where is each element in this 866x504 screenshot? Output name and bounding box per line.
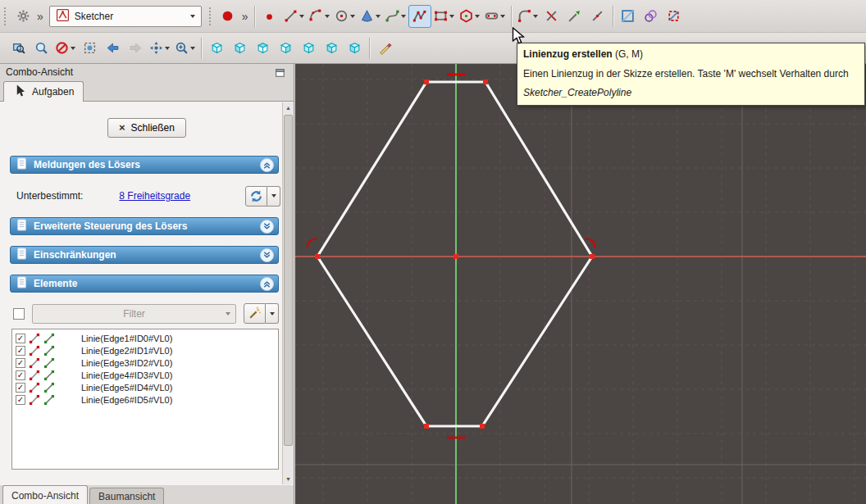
create-line-icon[interactable] [281,5,307,28]
scroll-down-button[interactable]: ▼ [283,474,294,484]
dropdown-arrow-icon[interactable] [475,15,480,18]
carbon-copy-icon[interactable] [640,5,663,28]
solver-refresh-dropdown[interactable] [267,186,280,207]
close-task-button[interactable]: × Schließen [107,118,186,138]
element-row[interactable]: ✓Linie(Edge5#ID4#VL0) [12,381,278,393]
box-zoom-icon[interactable] [7,37,30,60]
create-rectangle-icon[interactable] [431,5,457,28]
document-icon [15,275,29,292]
create-conic-icon[interactable] [358,5,383,28]
solver-status-label: Unterbestimmt: [16,190,83,202]
split-edge-icon[interactable] [586,5,609,28]
toolbar-grip[interactable] [4,7,7,25]
toolbar-grip[interactable] [209,7,212,25]
create-slot-icon[interactable] [482,5,508,28]
element-row[interactable]: ✓Linie(Edge3#ID2#VL0) [12,356,278,369]
collapse-chevron-icon[interactable] [260,158,274,172]
zoom-icon[interactable] [172,37,198,60]
element-checkbox[interactable]: ✓ [16,346,25,356]
dropdown-arrow-icon[interactable] [325,15,330,18]
create-polygon-icon[interactable] [457,5,482,28]
panel-titlebar: Combo-Ansicht [0,64,294,80]
view-top-icon[interactable] [251,37,274,60]
draw-style-icon[interactable] [52,37,78,60]
section-constraints[interactable]: Einschränkungen [10,246,279,264]
filter-checkbox[interactable] [13,308,25,320]
dof-link[interactable]: 8 Freiheitsgrade [119,190,190,202]
filter-combo[interactable]: Filter [32,304,236,324]
dropdown-arrow-icon[interactable] [533,15,538,18]
create-arc-icon[interactable] [307,5,332,28]
fillet-icon[interactable] [515,5,540,28]
dropdown-arrow-icon[interactable] [299,15,304,18]
element-checkbox[interactable]: ✓ [16,358,25,368]
dropdown-arrow-icon[interactable] [165,47,170,50]
dropdown-arrow-icon[interactable] [190,47,195,50]
scrollbar-thumb[interactable] [284,115,293,446]
nav-forward-icon[interactable] [124,37,147,60]
sketch-vertex [454,254,458,259]
sketch-vertex [424,79,429,84]
nav-back-icon[interactable] [101,37,124,60]
external-geometry-icon[interactable] [617,5,640,28]
workbench-selector[interactable]: Sketcher [49,6,202,27]
view-rear-icon[interactable] [297,37,320,60]
create-point-icon[interactable] [258,5,281,28]
element-row[interactable]: ✓Linie(Edge1#ID0#VL0) [12,332,278,344]
view-isometric-icon[interactable] [205,37,228,60]
view-front-icon[interactable] [228,37,251,60]
sketch-vertex [590,254,595,259]
sketch-canvas[interactable] [295,64,866,504]
toolbar-overflow-button[interactable]: » [34,10,46,23]
construction-mode-icon[interactable] [663,5,686,28]
scrollbar[interactable]: ▲ ▼ [282,102,294,484]
collapse-chevron-icon[interactable] [260,248,274,262]
dropdown-arrow-icon[interactable] [71,47,75,50]
filter-settings-button[interactable] [244,303,266,324]
trim-edge-icon[interactable] [540,5,563,28]
element-row[interactable]: ✓Linie(Edge6#ID5#VL0) [12,393,278,406]
view-right-icon[interactable] [274,37,297,60]
view-bottom-icon[interactable] [320,37,343,60]
tab-combo-view[interactable]: Combo-Ansicht [2,485,88,504]
element-checkbox[interactable]: ✓ [16,370,25,380]
view-left-icon[interactable] [343,37,366,60]
tab-tree-view[interactable]: Baumansicht [89,488,164,504]
tab-aufgaben[interactable]: Aufgaben [3,81,84,102]
dropdown-arrow-icon[interactable] [401,15,406,18]
create-bspline-icon[interactable] [383,5,408,28]
collapse-chevron-icon[interactable] [260,220,274,234]
macro-record-icon[interactable] [216,5,239,28]
filter-settings-dropdown[interactable] [266,303,279,324]
collapse-chevron-icon[interactable] [260,277,274,291]
dropdown-arrow-icon[interactable] [376,15,381,18]
elements-list[interactable]: ✓Linie(Edge1#ID0#VL0)✓Linie(Edge2#ID1#VL… [11,329,279,470]
document-icon [15,157,29,173]
edge-icon [29,370,40,381]
chevron-down-icon [190,15,195,18]
section-elements[interactable]: Elemente [10,275,279,293]
measure-icon[interactable] [373,37,396,60]
fit-all-icon[interactable] [30,37,52,60]
element-label: Linie(Edge2#ID1#VL0) [81,346,172,356]
element-row[interactable]: ✓Linie(Edge4#ID3#VL0) [12,369,278,381]
section-solver-messages[interactable]: Meldungen des Lösers [10,156,279,174]
scroll-up-button[interactable]: ▲ [283,102,294,113]
dropdown-arrow-icon[interactable] [500,15,505,18]
extend-edge-icon[interactable] [563,5,586,28]
element-checkbox[interactable]: ✓ [16,334,25,343]
element-checkbox[interactable]: ✓ [16,383,25,393]
gear-icon[interactable] [11,5,34,28]
dropdown-arrow-icon[interactable] [350,15,355,18]
navigation-style-icon[interactable] [147,37,172,60]
element-checkbox[interactable]: ✓ [16,395,25,405]
element-row[interactable]: ✓Linie(Edge2#ID1#VL0) [12,344,278,356]
float-panel-icon[interactable] [274,66,288,79]
solver-refresh-button[interactable] [245,186,267,207]
dropdown-arrow-icon[interactable] [449,15,454,18]
toolbar-overflow-button[interactable]: » [239,10,251,23]
section-advanced-solver[interactable]: Erweiterte Steuerung des Lösers [10,217,279,235]
create-circle-icon[interactable] [332,5,358,28]
view-selection-icon[interactable] [78,37,101,60]
create-polyline-icon[interactable] [408,5,431,28]
